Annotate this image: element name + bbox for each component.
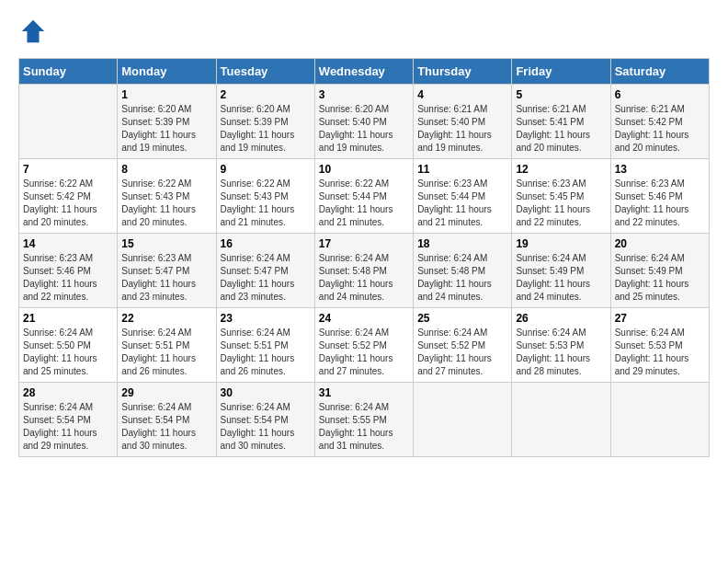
day-number: 10 xyxy=(319,163,409,176)
day-number: 21 xyxy=(23,312,113,325)
calendar-cell xyxy=(19,85,118,159)
day-info: Sunrise: 6:24 AM Sunset: 5:49 PM Dayligh… xyxy=(516,252,606,304)
calendar-table: SundayMondayTuesdayWednesdayThursdayFrid… xyxy=(18,58,710,457)
calendar-cell: 13Sunrise: 6:23 AM Sunset: 5:46 PM Dayli… xyxy=(610,159,709,234)
weekday-header: Sunday xyxy=(19,59,118,85)
day-number: 17 xyxy=(319,237,409,250)
day-info: Sunrise: 6:24 AM Sunset: 5:53 PM Dayligh… xyxy=(516,327,606,378)
day-number: 4 xyxy=(417,88,507,101)
day-info: Sunrise: 6:23 AM Sunset: 5:44 PM Dayligh… xyxy=(417,178,507,229)
day-number: 24 xyxy=(319,312,409,325)
calendar-cell: 31Sunrise: 6:24 AM Sunset: 5:55 PM Dayli… xyxy=(314,383,413,457)
calendar-week-row: 1Sunrise: 6:20 AM Sunset: 5:39 PM Daylig… xyxy=(19,85,710,159)
calendar-cell: 1Sunrise: 6:20 AM Sunset: 5:39 PM Daylig… xyxy=(118,85,216,159)
calendar-cell: 3Sunrise: 6:20 AM Sunset: 5:40 PM Daylig… xyxy=(314,85,413,159)
weekday-header: Saturday xyxy=(610,59,709,85)
calendar-cell: 19Sunrise: 6:24 AM Sunset: 5:49 PM Dayli… xyxy=(512,234,610,308)
svg-marker-0 xyxy=(22,20,44,42)
calendar-cell: 17Sunrise: 6:24 AM Sunset: 5:48 PM Dayli… xyxy=(314,234,413,308)
weekday-header: Thursday xyxy=(414,59,512,85)
day-number: 26 xyxy=(516,312,606,325)
day-info: Sunrise: 6:20 AM Sunset: 5:39 PM Dayligh… xyxy=(221,103,311,155)
day-info: Sunrise: 6:24 AM Sunset: 5:48 PM Dayligh… xyxy=(417,252,507,304)
calendar-week-row: 14Sunrise: 6:23 AM Sunset: 5:46 PM Dayli… xyxy=(19,234,710,308)
day-info: Sunrise: 6:20 AM Sunset: 5:40 PM Dayligh… xyxy=(319,103,409,155)
calendar-cell: 27Sunrise: 6:24 AM Sunset: 5:53 PM Dayli… xyxy=(610,308,709,383)
day-number: 5 xyxy=(516,88,606,101)
calendar-cell xyxy=(414,383,512,457)
day-number: 19 xyxy=(516,237,606,250)
day-number: 27 xyxy=(615,312,705,325)
day-info: Sunrise: 6:24 AM Sunset: 5:48 PM Dayligh… xyxy=(319,252,409,304)
day-number: 29 xyxy=(121,386,211,399)
day-info: Sunrise: 6:23 AM Sunset: 5:46 PM Dayligh… xyxy=(615,178,705,229)
day-number: 18 xyxy=(417,237,507,250)
calendar-cell: 6Sunrise: 6:21 AM Sunset: 5:42 PM Daylig… xyxy=(610,85,709,159)
day-number: 9 xyxy=(221,163,311,176)
calendar-cell: 22Sunrise: 6:24 AM Sunset: 5:51 PM Dayli… xyxy=(118,308,216,383)
day-info: Sunrise: 6:24 AM Sunset: 5:54 PM Dayligh… xyxy=(121,401,211,453)
day-number: 23 xyxy=(221,312,311,325)
calendar-week-row: 21Sunrise: 6:24 AM Sunset: 5:50 PM Dayli… xyxy=(19,308,710,383)
calendar-cell: 5Sunrise: 6:21 AM Sunset: 5:41 PM Daylig… xyxy=(512,85,610,159)
day-number: 15 xyxy=(121,237,211,250)
day-info: Sunrise: 6:21 AM Sunset: 5:41 PM Dayligh… xyxy=(516,103,606,155)
calendar-cell xyxy=(610,383,709,457)
day-info: Sunrise: 6:24 AM Sunset: 5:53 PM Dayligh… xyxy=(615,327,705,378)
day-info: Sunrise: 6:23 AM Sunset: 5:45 PM Dayligh… xyxy=(516,178,606,229)
day-number: 14 xyxy=(23,237,113,250)
weekday-row: SundayMondayTuesdayWednesdayThursdayFrid… xyxy=(19,59,710,85)
logo xyxy=(18,18,46,49)
calendar-cell: 14Sunrise: 6:23 AM Sunset: 5:46 PM Dayli… xyxy=(19,234,118,308)
weekday-header: Wednesday xyxy=(314,59,413,85)
day-number: 13 xyxy=(615,163,705,176)
day-number: 22 xyxy=(121,312,211,325)
day-info: Sunrise: 6:24 AM Sunset: 5:50 PM Dayligh… xyxy=(23,327,113,378)
calendar-cell: 9Sunrise: 6:22 AM Sunset: 5:43 PM Daylig… xyxy=(216,159,314,234)
day-info: Sunrise: 6:22 AM Sunset: 5:42 PM Dayligh… xyxy=(23,178,113,229)
day-info: Sunrise: 6:24 AM Sunset: 5:47 PM Dayligh… xyxy=(221,252,311,304)
day-number: 28 xyxy=(23,386,113,399)
day-info: Sunrise: 6:21 AM Sunset: 5:42 PM Dayligh… xyxy=(615,103,705,155)
calendar-cell: 29Sunrise: 6:24 AM Sunset: 5:54 PM Dayli… xyxy=(118,383,216,457)
calendar-cell: 26Sunrise: 6:24 AM Sunset: 5:53 PM Dayli… xyxy=(512,308,610,383)
day-number: 25 xyxy=(417,312,507,325)
calendar-cell: 25Sunrise: 6:24 AM Sunset: 5:52 PM Dayli… xyxy=(414,308,512,383)
day-number: 16 xyxy=(221,237,311,250)
day-number: 11 xyxy=(417,163,507,176)
calendar-cell: 23Sunrise: 6:24 AM Sunset: 5:51 PM Dayli… xyxy=(216,308,314,383)
calendar-cell: 12Sunrise: 6:23 AM Sunset: 5:45 PM Dayli… xyxy=(512,159,610,234)
logo-icon xyxy=(20,18,46,44)
calendar-cell: 30Sunrise: 6:24 AM Sunset: 5:54 PM Dayli… xyxy=(216,383,314,457)
page-header xyxy=(18,18,710,49)
calendar-cell: 2Sunrise: 6:20 AM Sunset: 5:39 PM Daylig… xyxy=(216,85,314,159)
day-info: Sunrise: 6:24 AM Sunset: 5:55 PM Dayligh… xyxy=(319,401,409,453)
calendar-cell: 24Sunrise: 6:24 AM Sunset: 5:52 PM Dayli… xyxy=(314,308,413,383)
calendar-cell: 15Sunrise: 6:23 AM Sunset: 5:47 PM Dayli… xyxy=(118,234,216,308)
weekday-header: Monday xyxy=(118,59,216,85)
day-number: 31 xyxy=(319,386,409,399)
calendar-cell xyxy=(512,383,610,457)
day-number: 3 xyxy=(319,88,409,101)
day-info: Sunrise: 6:24 AM Sunset: 5:49 PM Dayligh… xyxy=(615,252,705,304)
calendar-header: SundayMondayTuesdayWednesdayThursdayFrid… xyxy=(19,59,710,85)
day-info: Sunrise: 6:23 AM Sunset: 5:46 PM Dayligh… xyxy=(23,252,113,304)
day-number: 20 xyxy=(615,237,705,250)
calendar-cell: 4Sunrise: 6:21 AM Sunset: 5:40 PM Daylig… xyxy=(414,85,512,159)
calendar-cell: 8Sunrise: 6:22 AM Sunset: 5:43 PM Daylig… xyxy=(118,159,216,234)
calendar-cell: 21Sunrise: 6:24 AM Sunset: 5:50 PM Dayli… xyxy=(19,308,118,383)
calendar-cell: 28Sunrise: 6:24 AM Sunset: 5:54 PM Dayli… xyxy=(19,383,118,457)
day-number: 12 xyxy=(516,163,606,176)
calendar-week-row: 28Sunrise: 6:24 AM Sunset: 5:54 PM Dayli… xyxy=(19,383,710,457)
day-number: 30 xyxy=(221,386,311,399)
weekday-header: Friday xyxy=(512,59,610,85)
day-info: Sunrise: 6:20 AM Sunset: 5:39 PM Dayligh… xyxy=(121,103,211,155)
day-info: Sunrise: 6:24 AM Sunset: 5:51 PM Dayligh… xyxy=(121,327,211,378)
day-info: Sunrise: 6:21 AM Sunset: 5:40 PM Dayligh… xyxy=(417,103,507,155)
day-info: Sunrise: 6:22 AM Sunset: 5:44 PM Dayligh… xyxy=(319,178,409,229)
day-info: Sunrise: 6:24 AM Sunset: 5:51 PM Dayligh… xyxy=(221,327,311,378)
calendar-cell: 20Sunrise: 6:24 AM Sunset: 5:49 PM Dayli… xyxy=(610,234,709,308)
calendar-cell: 18Sunrise: 6:24 AM Sunset: 5:48 PM Dayli… xyxy=(414,234,512,308)
calendar-cell: 7Sunrise: 6:22 AM Sunset: 5:42 PM Daylig… xyxy=(19,159,118,234)
day-info: Sunrise: 6:24 AM Sunset: 5:52 PM Dayligh… xyxy=(417,327,507,378)
